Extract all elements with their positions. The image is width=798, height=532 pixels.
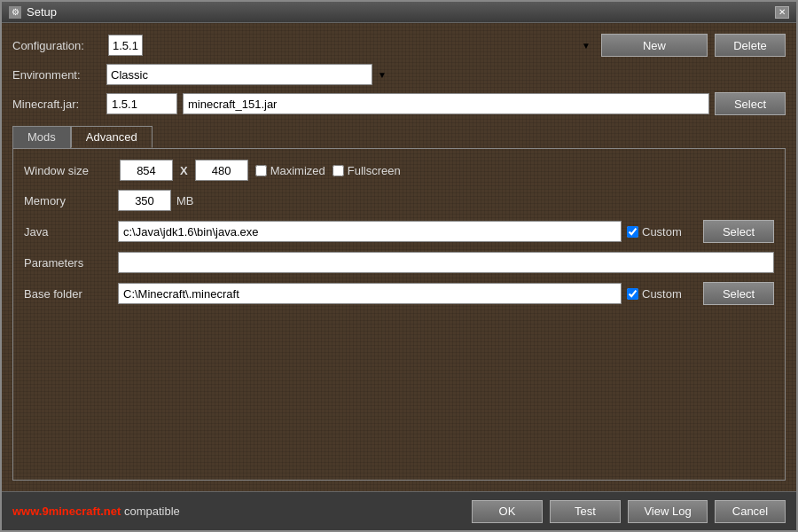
base-folder-input[interactable]: [118, 283, 622, 304]
base-folder-select-button[interactable]: Select: [703, 282, 774, 305]
configuration-dropdown[interactable]: 1.5.1: [108, 35, 143, 56]
bottom-buttons: OK Test View Log Cancel: [472, 500, 786, 523]
java-path-input[interactable]: [118, 221, 622, 242]
maximized-checkbox-label[interactable]: Maximized: [255, 164, 325, 177]
memory-row: Memory MB: [24, 190, 774, 211]
watermark-area: www.9minecraft.net compatible: [12, 505, 180, 518]
parameters-row: Parameters: [24, 252, 774, 273]
environment-label: Environment:: [12, 68, 101, 82]
maximized-checkbox[interactable]: [255, 165, 267, 176]
configuration-row: Configuration: 1.5.1 ▼ New Delete: [12, 34, 786, 57]
main-content: Configuration: 1.5.1 ▼ New Delete Enviro…: [2, 23, 796, 491]
base-folder-row: Base folder Custom Select: [24, 282, 774, 305]
tab-mods[interactable]: Mods: [12, 126, 71, 148]
x-separator: X: [180, 164, 188, 177]
height-input[interactable]: [195, 160, 248, 181]
minecraft-jar-row: Minecraft.jar: Select: [12, 92, 786, 115]
ok-button[interactable]: OK: [472, 500, 543, 523]
configuration-label: Configuration:: [12, 39, 101, 52]
test-button[interactable]: Test: [550, 500, 621, 523]
window-size-row: Window size X Maximized Fullscreen: [24, 160, 774, 181]
watermark-compatible: compatible: [124, 505, 180, 518]
java-custom-label[interactable]: Custom: [627, 225, 698, 239]
tab-content-advanced: Window size X Maximized Fullscreen M: [12, 148, 786, 481]
java-label: Java: [24, 225, 113, 239]
config-dropdown-arrow: ▼: [582, 41, 591, 51]
delete-button[interactable]: Delete: [715, 34, 786, 57]
memory-label: Memory: [24, 194, 113, 207]
environment-dropdown[interactable]: Classic: [106, 64, 372, 85]
window-icon: ⚙: [9, 6, 21, 19]
setup-window: ⚙ Setup ✕ Configuration: 1.5.1 ▼ New Del…: [0, 0, 798, 532]
width-input[interactable]: [120, 160, 173, 181]
java-select-button[interactable]: Select: [703, 220, 774, 243]
memory-input[interactable]: [118, 190, 171, 211]
jar-select-button[interactable]: Select: [715, 92, 786, 115]
parameters-input[interactable]: [118, 252, 774, 273]
window-title: Setup: [27, 5, 57, 19]
base-folder-label: Base folder: [24, 287, 113, 301]
environment-row: Environment: Classic ▼: [12, 64, 786, 85]
memory-unit: MB: [176, 194, 194, 207]
window-size-label: Window size: [24, 164, 113, 177]
tabs-section: Mods Advanced Window size X Maximized: [12, 122, 786, 481]
base-folder-custom-checkbox[interactable]: [627, 288, 638, 300]
bottom-bar: www.9minecraft.net compatible OK Test Vi…: [2, 491, 796, 530]
parameters-label: Parameters: [24, 256, 113, 270]
view-log-button[interactable]: View Log: [628, 500, 708, 523]
jar-version-input[interactable]: [106, 93, 177, 114]
title-bar: ⚙ Setup ✕: [2, 2, 796, 23]
cancel-button[interactable]: Cancel: [715, 500, 786, 523]
fullscreen-checkbox[interactable]: [332, 165, 344, 176]
base-folder-custom-label[interactable]: Custom: [627, 287, 698, 301]
jar-filename-input[interactable]: [183, 93, 709, 114]
java-custom-checkbox[interactable]: [627, 226, 638, 238]
watermark-url: www.9minecraft.net: [12, 505, 121, 518]
tabs-bar: Mods Advanced: [12, 126, 786, 148]
env-dropdown-arrow: ▼: [378, 70, 387, 80]
tab-advanced[interactable]: Advanced: [71, 126, 153, 148]
java-row: Java Custom Select: [24, 220, 774, 243]
new-button[interactable]: New: [601, 34, 708, 57]
minecraft-jar-label: Minecraft.jar:: [12, 98, 101, 111]
fullscreen-checkbox-label[interactable]: Fullscreen: [332, 164, 401, 177]
close-button[interactable]: ✕: [775, 6, 789, 19]
